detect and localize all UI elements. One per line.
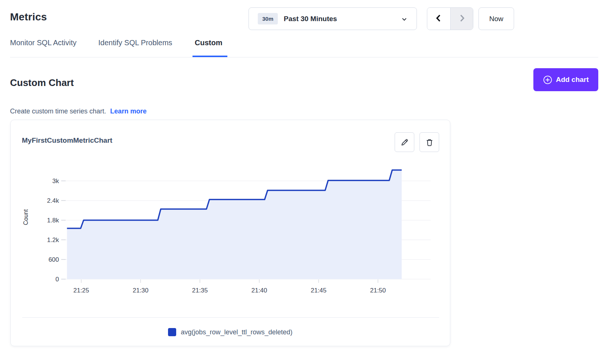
section-subtitle: Create custom time series chart. Learn m… bbox=[10, 107, 147, 115]
chart-card: MyFirstCustomMetricChart 06001.2k1.8k2.4… bbox=[10, 120, 450, 346]
tab-identify-sql-problems[interactable]: Identify SQL Problems bbox=[98, 39, 172, 47]
custom-chart[interactable]: 06001.2k1.8k2.4k3k21:2521:3021:3521:4021… bbox=[23, 156, 438, 297]
y-tick-label: 0 bbox=[56, 276, 59, 283]
tab-custom[interactable]: Custom bbox=[195, 39, 222, 47]
learn-more-link[interactable]: Learn more bbox=[110, 107, 147, 115]
add-chart-button[interactable]: Add chart bbox=[533, 68, 598, 91]
x-tick-label: 21:35 bbox=[192, 287, 208, 294]
y-tick-label: 3k bbox=[52, 178, 59, 185]
y-tick-label: 1.8k bbox=[47, 217, 59, 224]
time-back-button[interactable] bbox=[427, 8, 450, 30]
time-forward-button[interactable] bbox=[450, 8, 473, 30]
edit-chart-button[interactable] bbox=[395, 132, 414, 152]
section-subtitle-text: Create custom time series chart. bbox=[10, 107, 106, 115]
chevron-down-icon bbox=[401, 16, 408, 24]
x-tick-label: 21:50 bbox=[370, 287, 386, 294]
metrics-page: Metrics 30m Past 30 Minutes Now Monitor … bbox=[0, 0, 612, 364]
x-tick-label: 21:25 bbox=[73, 287, 89, 294]
y-tick-label: 2.4k bbox=[47, 197, 59, 204]
tabs-divider bbox=[10, 57, 598, 57]
y-tick-label: 600 bbox=[49, 256, 59, 263]
chart-area-fill bbox=[67, 170, 402, 279]
chevron-right-icon bbox=[457, 13, 467, 24]
x-tick-label: 21:45 bbox=[311, 287, 327, 294]
chart-legend: avg(jobs_row_level_ttl_rows_deleted) bbox=[11, 328, 450, 336]
tab-monitor-sql-activity[interactable]: Monitor SQL Activity bbox=[10, 39, 76, 47]
trash-icon bbox=[425, 138, 434, 147]
time-range-dropdown[interactable]: 30m Past 30 Minutes bbox=[249, 7, 417, 30]
legend-label: avg(jobs_row_level_ttl_rows_deleted) bbox=[181, 328, 292, 336]
plus-circle-icon bbox=[543, 75, 552, 85]
time-range-label: Past 30 Minutes bbox=[284, 15, 337, 23]
page-title: Metrics bbox=[10, 11, 47, 23]
pencil-icon bbox=[400, 138, 409, 147]
time-nav-arrows bbox=[427, 7, 473, 30]
section-title: Custom Chart bbox=[10, 77, 74, 89]
y-tick-label: 1.2k bbox=[47, 236, 59, 244]
now-button[interactable]: Now bbox=[478, 7, 514, 30]
legend-divider bbox=[22, 317, 439, 318]
chart-title: MyFirstCustomMetricChart bbox=[22, 136, 112, 145]
delete-chart-button[interactable] bbox=[419, 132, 439, 152]
x-tick-label: 21:40 bbox=[251, 287, 267, 294]
y-axis-title: Count bbox=[23, 209, 29, 225]
tabs: Monitor SQL Activity Identify SQL Proble… bbox=[0, 39, 612, 50]
add-chart-label: Add chart bbox=[556, 76, 589, 84]
chevron-left-icon bbox=[434, 13, 444, 24]
legend-swatch bbox=[168, 328, 176, 336]
time-range-badge: 30m bbox=[258, 13, 278, 24]
x-tick-label: 21:30 bbox=[133, 287, 149, 294]
